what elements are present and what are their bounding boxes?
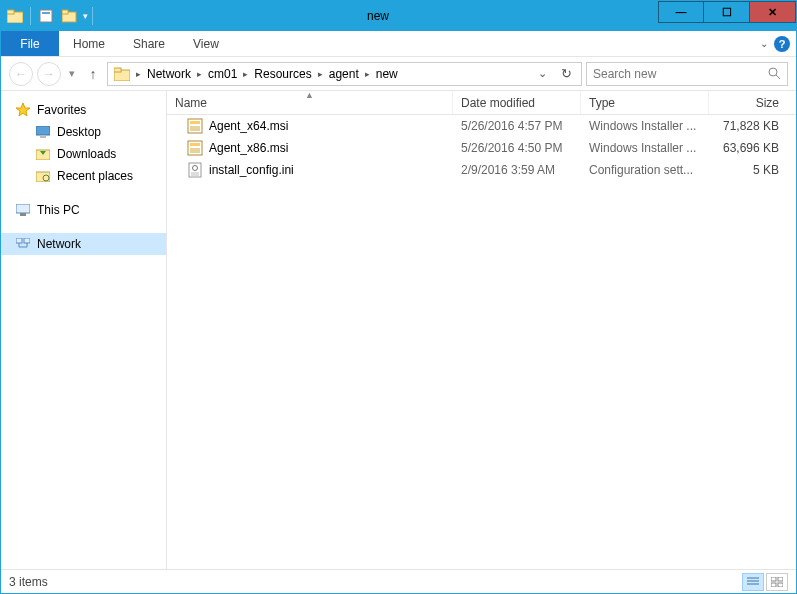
navigation-toolbar: ← → ▾ ↑ ▸ Network ▸ cm01 ▸ Resources ▸ a… <box>1 57 796 91</box>
search-input[interactable]: Search new <box>586 62 788 86</box>
svg-rect-20 <box>24 238 30 243</box>
qat-customize-icon[interactable]: ▾ <box>83 11 88 21</box>
chevron-right-icon[interactable]: ▸ <box>195 69 204 79</box>
sidebar-label: Favorites <box>37 103 86 117</box>
file-date: 5/26/2016 4:57 PM <box>461 119 562 133</box>
svg-rect-1 <box>7 10 14 14</box>
svg-rect-12 <box>40 135 46 138</box>
column-headers: Name ▲ Date modified Type Size <box>167 91 796 115</box>
svg-rect-40 <box>778 583 783 587</box>
forward-button[interactable]: → <box>37 62 61 86</box>
window-title: new <box>98 9 658 23</box>
svg-rect-25 <box>190 121 200 124</box>
svg-rect-38 <box>778 577 783 581</box>
home-tab[interactable]: Home <box>59 31 119 56</box>
breadcrumb-segment[interactable]: agent <box>325 63 363 85</box>
status-text: 3 items <box>9 575 48 589</box>
share-tab[interactable]: Share <box>119 31 179 56</box>
file-date: 5/26/2016 4:50 PM <box>461 141 562 155</box>
breadcrumb-segment[interactable]: new <box>372 63 402 85</box>
file-row[interactable]: install_config.ini2/9/2016 3:59 AMConfig… <box>167 159 796 181</box>
folder-root-icon[interactable] <box>110 63 134 85</box>
file-type: Windows Installer ... <box>589 119 696 133</box>
sidebar-label: Recent places <box>57 169 133 183</box>
downloads-icon <box>35 146 51 162</box>
breadcrumb-segment[interactable]: cm01 <box>204 63 241 85</box>
column-header-name[interactable]: Name ▲ <box>167 91 453 114</box>
svg-rect-11 <box>36 126 50 135</box>
minimize-button[interactable]: — <box>658 1 704 23</box>
column-header-date[interactable]: Date modified <box>453 91 581 114</box>
sidebar-item-thispc[interactable]: This PC <box>1 199 166 221</box>
chevron-right-icon[interactable]: ▸ <box>316 69 325 79</box>
new-folder-icon[interactable] <box>59 5 81 27</box>
search-icon <box>768 67 781 80</box>
file-tab[interactable]: File <box>1 31 59 56</box>
address-bar[interactable]: ▸ Network ▸ cm01 ▸ Resources ▸ agent ▸ n… <box>107 62 582 86</box>
favorites-icon <box>15 102 31 118</box>
navigation-pane: Favorites Desktop Downloads <box>1 91 167 569</box>
refresh-button[interactable]: ↻ <box>553 66 579 81</box>
file-name: Agent_x64.msi <box>209 119 288 133</box>
separator <box>92 7 93 25</box>
sidebar-label: This PC <box>37 203 80 217</box>
properties-icon[interactable] <box>35 5 57 27</box>
sort-ascending-icon: ▲ <box>305 90 314 100</box>
svg-rect-39 <box>771 583 776 587</box>
close-button[interactable]: ✕ <box>750 1 796 23</box>
file-size: 71,828 KB <box>717 119 779 133</box>
breadcrumb-segment[interactable]: Network <box>143 63 195 85</box>
status-bar: 3 items <box>1 569 796 593</box>
ribbon-tabs: File Home Share View ⌄ ? <box>1 31 796 57</box>
svg-rect-3 <box>42 12 50 14</box>
file-rows: Agent_x64.msi5/26/2016 4:57 PMWindows In… <box>167 115 796 569</box>
content-area: Favorites Desktop Downloads <box>1 91 796 569</box>
quick-access-toolbar: ▾ <box>1 1 98 31</box>
search-placeholder: Search new <box>593 67 768 81</box>
view-tab[interactable]: View <box>179 31 233 56</box>
chevron-right-icon[interactable]: ▸ <box>363 69 372 79</box>
sidebar-item-desktop[interactable]: Desktop <box>1 121 166 143</box>
svg-rect-5 <box>62 10 68 14</box>
sidebar-item-recent[interactable]: Recent places <box>1 165 166 187</box>
file-row[interactable]: Agent_x64.msi5/26/2016 4:57 PMWindows In… <box>167 115 796 137</box>
help-icon[interactable]: ? <box>774 36 790 52</box>
svg-rect-7 <box>114 68 121 72</box>
breadcrumb-segment[interactable]: Resources <box>250 63 315 85</box>
separator <box>30 7 31 25</box>
network-icon <box>15 236 31 252</box>
file-size: 63,696 KB <box>717 141 779 155</box>
sidebar-item-favorites[interactable]: Favorites <box>1 99 166 121</box>
details-view-button[interactable] <box>742 573 764 591</box>
maximize-button[interactable]: ☐ <box>704 1 750 23</box>
back-button[interactable]: ← <box>9 62 33 86</box>
app-folder-icon <box>4 5 26 27</box>
window-controls: — ☐ ✕ <box>658 1 796 23</box>
file-list-pane: Name ▲ Date modified Type Size Agent_x64… <box>167 91 796 569</box>
chevron-right-icon[interactable]: ▸ <box>134 69 143 79</box>
sidebar-label: Network <box>37 237 81 251</box>
sidebar-item-downloads[interactable]: Downloads <box>1 143 166 165</box>
file-row[interactable]: Agent_x86.msi5/26/2016 4:50 PMWindows In… <box>167 137 796 159</box>
column-header-type[interactable]: Type <box>581 91 709 114</box>
expand-ribbon-icon[interactable]: ⌄ <box>760 38 768 49</box>
file-date: 2/9/2016 3:59 AM <box>461 163 555 177</box>
up-button[interactable]: ↑ <box>83 66 103 82</box>
address-history-button[interactable]: ⌄ <box>532 67 553 80</box>
svg-line-9 <box>776 75 780 79</box>
column-header-size[interactable]: Size <box>709 91 787 114</box>
svg-rect-2 <box>40 10 52 22</box>
thumbnails-view-button[interactable] <box>766 573 788 591</box>
recent-icon <box>35 168 51 184</box>
svg-rect-19 <box>16 238 22 243</box>
recent-locations-button[interactable]: ▾ <box>65 67 79 80</box>
svg-rect-18 <box>20 213 26 216</box>
chevron-right-icon[interactable]: ▸ <box>241 69 250 79</box>
file-size: 5 KB <box>717 163 779 177</box>
msi-icon <box>187 118 203 134</box>
file-name: install_config.ini <box>209 163 294 177</box>
sidebar-item-network[interactable]: Network <box>1 233 166 255</box>
explorer-window: ▾ new — ☐ ✕ File Home Share View ⌄ ? ← →… <box>0 0 797 594</box>
file-type: Windows Installer ... <box>589 141 696 155</box>
svg-rect-17 <box>16 204 30 213</box>
